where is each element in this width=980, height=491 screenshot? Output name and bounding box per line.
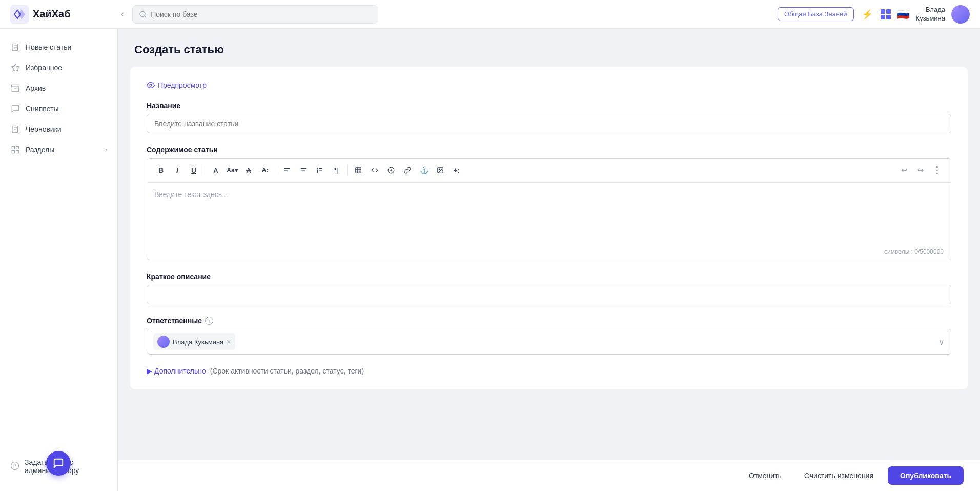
publish-button[interactable]: Опубликовать [888, 466, 964, 485]
logo-area: ХайХаб [10, 5, 113, 24]
editor-toolbar: B I U A Aa▾ A A: [147, 159, 951, 183]
sidebar-item-snippets[interactable]: Сниппеты [0, 99, 117, 119]
additionally-toggle[interactable]: ▶ Дополнительно [147, 367, 206, 375]
more-options-button[interactable]: +: [449, 163, 464, 178]
svg-rect-15 [16, 151, 19, 153]
sidebar-item-archive[interactable]: Архив [0, 78, 117, 99]
header-right: Общая База Знаний ⚡ 🇷🇺 ВладаКузьмина [778, 5, 970, 24]
page-title: Создать статью [118, 29, 980, 67]
archive-icon [10, 83, 21, 93]
name-input[interactable] [147, 114, 951, 133]
responsible-tag: Влада Кузьмина × [153, 333, 235, 350]
responsible-tags: Влада Кузьмина × [153, 333, 235, 350]
sections-arrow-icon: › [105, 146, 107, 153]
search-bar[interactable] [132, 5, 378, 24]
editor-footer: символы : 0/5000000 [147, 244, 951, 260]
drafts-icon [10, 124, 21, 134]
italic-button[interactable]: I [170, 163, 185, 178]
svg-point-40 [439, 169, 440, 170]
sidebar-item-drafts[interactable]: Черновики [0, 119, 117, 140]
name-label: Название [147, 102, 951, 110]
char-count: символы : 0/5000000 [884, 248, 944, 256]
tag-remove-button[interactable]: × [227, 338, 231, 346]
undo-button[interactable]: ↩ [896, 163, 912, 178]
svg-rect-31 [356, 168, 361, 173]
bottom-bar: Отменить Очистить изменения Опубликовать [118, 460, 980, 491]
subscript-button[interactable]: A: [257, 163, 273, 178]
align-center-button[interactable] [296, 163, 311, 178]
additionally-hint: (Срок активности статьи, раздел, статус,… [210, 367, 364, 375]
font-size-button[interactable]: Aa▾ [224, 163, 240, 178]
redo-button[interactable]: ↪ [913, 163, 928, 178]
snippets-icon [10, 104, 21, 114]
tag-user-name: Влада Кузьмина [173, 338, 223, 346]
language-flag[interactable]: 🇷🇺 [897, 8, 910, 21]
sidebar-sections-left: Разделы [10, 145, 54, 155]
add-button[interactable] [383, 163, 399, 178]
sections-icon [10, 145, 21, 155]
search-icon [139, 10, 147, 18]
tag-avatar [157, 336, 170, 348]
additionally-label: Дополнительно [154, 367, 206, 375]
svg-point-16 [11, 462, 19, 469]
chat-fab-button[interactable] [46, 451, 71, 476]
svg-point-29 [317, 170, 318, 171]
content-field-group: Содержимое статьи B I U A Aa▾ [147, 146, 951, 260]
preview-label: Предпросмотр [158, 81, 207, 89]
table-button[interactable] [351, 163, 366, 178]
header: ХайХаб ‹ Общая База Знаний ⚡ 🇷🇺 ВладаКуз… [0, 0, 980, 29]
grid-icon[interactable] [881, 9, 891, 19]
sidebar-toggle-icon[interactable]: ‹ [121, 9, 124, 19]
favorites-icon [10, 63, 21, 73]
svg-rect-13 [16, 146, 19, 149]
link-button[interactable] [400, 163, 415, 178]
sidebar-item-sections[interactable]: Разделы › [0, 140, 117, 160]
toolbar-separator-1 [205, 165, 205, 175]
code-button[interactable] [367, 163, 382, 178]
svg-point-18 [150, 84, 152, 86]
font-color-button[interactable]: A [208, 163, 223, 178]
responsible-field[interactable]: Влада Кузьмина × ∨ [147, 329, 951, 355]
svg-rect-7 [12, 85, 19, 87]
anchor-button[interactable]: ⚓ [416, 163, 432, 178]
name-field-group: Название [147, 102, 951, 133]
paragraph-button[interactable]: ¶ [329, 163, 344, 178]
triangle-icon: ▶ [147, 367, 152, 375]
search-input[interactable] [151, 10, 372, 18]
lightning-icon[interactable]: ⚡ [860, 7, 874, 22]
svg-marker-6 [12, 64, 19, 71]
underline-button[interactable]: U [186, 163, 201, 178]
sidebar-item-favorites[interactable]: Избранное [0, 57, 117, 78]
sidebar-item-new-articles[interactable]: Новые статьи [0, 37, 117, 57]
sidebar: Новые статьи Избранное Архив Сниппеты Че… [0, 29, 118, 491]
description-field-group: Краткое описание [147, 272, 951, 304]
align-left-button[interactable] [279, 163, 295, 178]
knowledge-base-button[interactable]: Общая База Знаний [778, 7, 854, 21]
bold-button[interactable]: B [153, 163, 169, 178]
cancel-button[interactable]: Отменить [741, 467, 790, 484]
responsible-dropdown-arrow[interactable]: ∨ [938, 337, 945, 347]
toolbar-more-button[interactable]: ⋮ [929, 163, 945, 178]
article-form-card: Предпросмотр Название Содержимое статьи … [130, 67, 968, 389]
svg-point-30 [317, 172, 318, 173]
sidebar-label-archive: Архив [26, 84, 46, 92]
sidebar-label-sections: Разделы [26, 146, 54, 154]
clear-changes-button[interactable]: Очистить изменения [796, 467, 882, 484]
main-content: Создать статью Предпросмотр Название Сод… [118, 29, 980, 491]
list-button[interactable] [312, 163, 328, 178]
layout: Новые статьи Избранное Архив Сниппеты Че… [0, 29, 980, 491]
logo-icon [10, 5, 29, 24]
responsible-label-text: Ответственные [147, 317, 202, 325]
additionally-row: ▶ Дополнительно (Срок активности статьи,… [147, 367, 951, 375]
logo-text: ХайХаб [33, 8, 71, 20]
responsible-info-icon: i [205, 317, 213, 325]
avatar[interactable] [951, 5, 970, 24]
content-label: Содержимое статьи [147, 146, 951, 154]
editor-body[interactable]: Введите текст здесь... [147, 183, 951, 244]
strikethrough-button[interactable]: A [241, 163, 256, 178]
image-button[interactable] [433, 163, 448, 178]
preview-link[interactable]: Предпросмотр [147, 81, 951, 89]
description-input[interactable] [147, 285, 951, 304]
toolbar-separator-2 [276, 165, 276, 175]
svg-point-28 [317, 168, 318, 169]
